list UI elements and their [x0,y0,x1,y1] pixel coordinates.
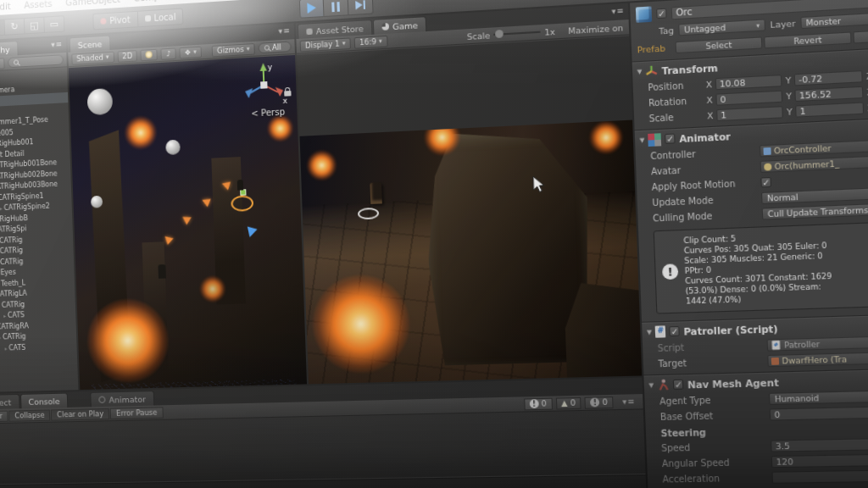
hierarchy-search-input[interactable] [8,54,64,68]
scale-slider[interactable] [493,31,541,36]
scene-orientation-gizmo[interactable]: y x [236,58,292,111]
script-asset-icon [772,341,781,350]
create-button[interactable]: Create▾ [0,58,4,71]
component-enabled-checkbox[interactable]: ✓ [673,380,684,390]
prefab-button[interactable]: Select [676,36,762,53]
tab-project[interactable]: Project [0,394,19,409]
controller-label: Controller [650,147,756,162]
agent-type-dropdown[interactable]: Humanoid▾ [769,389,868,405]
prefab-button[interactable]: Apply [854,26,868,43]
chevron-down-icon: ▾ [193,48,197,55]
pause-button[interactable] [324,0,349,17]
chevron-down-icon: ▾ [756,21,760,29]
rotate-tool-icon[interactable]: ↻ [5,18,25,36]
panel-menu-icon[interactable]: ▾≡ [278,26,291,36]
active-checkbox[interactable]: ✓ [656,8,667,19]
scene-search-input[interactable]: All [258,42,291,54]
panel-menu-icon[interactable]: ▾≡ [622,397,636,407]
component-title[interactable]: Animator [679,130,731,144]
pause-icon [331,2,340,12]
rect-tool-icon[interactable]: ▭ [44,15,64,33]
tab-scene[interactable]: Scene [70,35,111,52]
local-button[interactable]: Local [136,8,184,27]
component-enabled-checkbox[interactable]: ✓ [670,326,681,336]
navmesh-agent-component: ▼ ✓ Nav Mesh Agent Agent Type Humanoid▾ … [643,368,868,488]
foldout-icon[interactable]: ▼ [637,68,642,75]
scale-tool-icon[interactable]: ◱ [25,16,45,34]
component-title[interactable]: Transform [661,62,718,76]
maximize-on-play-toggle[interactable]: Maximize on Play [568,22,626,36]
play-button[interactable] [299,0,325,19]
gizmos-dropdown[interactable]: Gizmos▾ [212,43,255,57]
menu-item[interactable]: GameObject [58,0,127,8]
target-object-field[interactable]: DwarfHero (Tra [767,350,868,367]
tab-animator[interactable]: Animator [90,391,154,407]
audio-toggle[interactable]: ♪ [161,47,176,59]
tag-dropdown[interactable]: Untagged▾ [678,19,765,36]
hierarchy-tree: Main CameraOrcdOrcHummer1_T_PoseBone005C… [0,81,78,393]
shading-mode-dropdown[interactable]: Shaded▾ [71,51,114,64]
angular-speed-field[interactable]: 120 [771,452,868,468]
speed-field[interactable]: 3.5 [771,436,868,452]
persp-label[interactable]: < Persp [251,107,285,119]
scale-y-field[interactable]: 1 [795,102,864,117]
menu-item[interactable]: Component [127,0,192,3]
foldout-icon[interactable]: ▼ [639,136,644,144]
panel-menu-icon[interactable]: ▾≡ [51,40,63,49]
component-enabled-checkbox[interactable]: ✓ [665,133,676,143]
warning-filter-button[interactable]: ▲0 [555,396,581,409]
rotation-x-field[interactable]: 0 [715,91,782,106]
game-viewport[interactable] [300,120,643,385]
menu-item[interactable]: Edit [0,0,18,12]
scale-x-field[interactable]: 1 [716,106,783,121]
hierarchy-item[interactable]: CATS [0,341,77,354]
console-toolbar-button[interactable]: Error Pause [110,407,164,419]
torch-flame [307,149,337,180]
controller-asset-icon [763,147,771,154]
base-offset-field[interactable]: 0 [770,405,868,421]
error-filter-button[interactable]: !0 [585,396,614,409]
console-log-area[interactable] [0,409,648,488]
pivot-button[interactable]: Pivot [92,10,137,30]
scene-viewport[interactable]: y x < Persp [69,55,307,390]
agent-type-label: Agent Type [659,394,765,407]
tab-game[interactable]: Game [373,16,427,35]
foldout-icon[interactable]: ▼ [647,329,652,336]
animator-tab-icon [99,396,106,403]
lock-icon[interactable] [284,91,291,97]
console-toolbar-button[interactable]: Collapse [8,409,50,421]
console-toolbar-button[interactable]: Clear on Play [51,408,109,420]
prefab-cube-icon [636,6,652,22]
apply-root-motion-checkbox[interactable]: ✓ [760,177,771,188]
aspect-dropdown[interactable]: 16:9▾ [354,35,388,48]
prefab-button[interactable]: Revert [764,31,852,48]
scale-slider-knob[interactable] [495,30,504,38]
2d-toggle[interactable]: 2D [117,50,137,63]
acceleration-field[interactable] [771,469,868,484]
component-title[interactable]: Patroller (Script) [683,323,778,336]
console-toolbar-button[interactable]: Clear [0,410,8,422]
effects-dropdown[interactable]: ❖▾ [179,46,202,58]
lighting-toggle[interactable] [141,48,158,61]
rotation-y-field[interactable]: 156.52 [794,86,863,102]
culling-mode-label: Culling Mode [653,209,759,224]
menu-item[interactable]: Assets [17,0,58,10]
step-icon [355,0,365,9]
apply-root-motion-label: Apply Root Motion [652,178,758,192]
info-filter-button[interactable]: !0 [524,397,553,410]
agent-direction-arrow [245,227,258,239]
console-splitter[interactable] [0,474,646,485]
script-label: Script [658,341,764,353]
effects-icon: ❖ [184,47,191,57]
scale-label: Scale [467,30,491,41]
tab-console[interactable]: Console [20,393,69,409]
step-button[interactable] [348,0,374,15]
rotation-label: Rotation [648,95,703,108]
panel-menu-icon[interactable]: ▾≡ [611,6,625,16]
display-dropdown[interactable]: Display 1▾ [300,37,351,52]
position-x-field[interactable]: 10.08 [715,75,782,90]
script-object-field[interactable]: Patroller [767,334,868,351]
component-title[interactable]: Nav Mesh Agent [687,376,779,390]
foldout-icon[interactable]: ▼ [648,381,654,389]
position-y-field[interactable]: -0.72 [793,70,862,86]
